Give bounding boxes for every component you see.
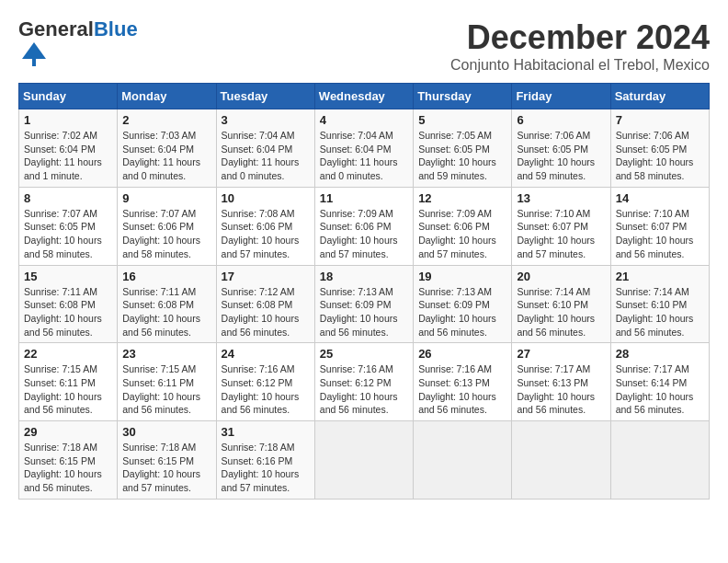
- day-number: 28: [616, 347, 704, 361]
- calendar-cell: 28Sunrise: 7:17 AMSunset: 6:14 PMDayligh…: [610, 343, 709, 421]
- calendar-cell: 10Sunrise: 7:08 AMSunset: 6:06 PMDayligh…: [216, 187, 314, 265]
- day-header-wednesday: Wednesday: [314, 84, 413, 109]
- calendar-cell: 7Sunrise: 7:06 AMSunset: 6:05 PMDaylight…: [610, 109, 709, 188]
- calendar-cell: 23Sunrise: 7:15 AMSunset: 6:11 PMDayligh…: [118, 343, 216, 421]
- calendar-cell: 25Sunrise: 7:16 AMSunset: 6:12 PMDayligh…: [314, 343, 413, 421]
- day-info: Sunrise: 7:13 AMSunset: 6:09 PMDaylight:…: [320, 285, 408, 339]
- day-number: 6: [517, 113, 605, 127]
- day-number: 17: [222, 270, 310, 283]
- calendar-cell: 30Sunrise: 7:18 AMSunset: 6:15 PMDayligh…: [118, 421, 216, 500]
- calendar-cell: 11Sunrise: 7:09 AMSunset: 6:06 PMDayligh…: [314, 187, 413, 265]
- day-header-thursday: Thursday: [414, 84, 512, 109]
- calendar-cell: 13Sunrise: 7:10 AMSunset: 6:07 PMDayligh…: [512, 187, 610, 265]
- day-number: 16: [122, 270, 210, 283]
- calendar-cell: 31Sunrise: 7:18 AMSunset: 6:16 PMDayligh…: [216, 421, 314, 500]
- calendar-cell: 24Sunrise: 7:16 AMSunset: 6:12 PMDayligh…: [216, 343, 314, 421]
- day-number: 18: [320, 270, 408, 283]
- page-header: GeneralBlue December 2024 Conjunto Habit…: [18, 18, 710, 74]
- day-info: Sunrise: 7:16 AMSunset: 6:13 PMDaylight:…: [418, 362, 506, 417]
- day-info: Sunrise: 7:12 AMSunset: 6:08 PMDaylight:…: [222, 285, 310, 339]
- calendar-cell: 16Sunrise: 7:11 AMSunset: 6:08 PMDayligh…: [118, 265, 216, 343]
- calendar-cell: 14Sunrise: 7:10 AMSunset: 6:07 PMDayligh…: [610, 187, 709, 265]
- day-number: 19: [418, 270, 506, 283]
- calendar-cell: 22Sunrise: 7:15 AMSunset: 6:11 PMDayligh…: [19, 343, 118, 421]
- calendar-cell: 21Sunrise: 7:14 AMSunset: 6:10 PMDayligh…: [610, 265, 709, 343]
- day-number: 4: [320, 113, 408, 127]
- day-info: Sunrise: 7:18 AMSunset: 6:15 PMDaylight:…: [122, 441, 210, 495]
- calendar-week-5: 29Sunrise: 7:18 AMSunset: 6:15 PMDayligh…: [19, 421, 710, 500]
- logo: GeneralBlue: [18, 18, 138, 72]
- day-number: 20: [517, 270, 605, 283]
- month-title: December 2024: [450, 18, 710, 57]
- logo-general-text: General: [18, 17, 94, 40]
- day-info: Sunrise: 7:09 AMSunset: 6:06 PMDaylight:…: [320, 207, 408, 261]
- calendar-cell: 18Sunrise: 7:13 AMSunset: 6:09 PMDayligh…: [314, 265, 413, 343]
- day-number: 11: [320, 191, 408, 205]
- day-number: 1: [24, 113, 112, 127]
- day-info: Sunrise: 7:06 AMSunset: 6:05 PMDaylight:…: [616, 129, 704, 183]
- day-number: 7: [616, 113, 704, 127]
- header-row: SundayMondayTuesdayWednesdayThursdayFrid…: [19, 84, 710, 109]
- day-info: Sunrise: 7:06 AMSunset: 6:05 PMDaylight:…: [517, 129, 605, 183]
- day-number: 25: [320, 347, 408, 361]
- logo-blue-text: Blue: [94, 17, 138, 40]
- day-info: Sunrise: 7:09 AMSunset: 6:06 PMDaylight:…: [418, 207, 506, 261]
- day-info: Sunrise: 7:14 AMSunset: 6:10 PMDaylight:…: [517, 285, 605, 339]
- day-number: 30: [122, 425, 210, 439]
- calendar-cell: 19Sunrise: 7:13 AMSunset: 6:09 PMDayligh…: [414, 265, 512, 343]
- calendar-week-3: 15Sunrise: 7:11 AMSunset: 6:08 PMDayligh…: [19, 265, 710, 343]
- calendar-cell: 3Sunrise: 7:04 AMSunset: 6:04 PMDaylight…: [216, 109, 314, 188]
- calendar-cell: 8Sunrise: 7:07 AMSunset: 6:05 PMDaylight…: [19, 187, 118, 265]
- day-info: Sunrise: 7:07 AMSunset: 6:06 PMDaylight:…: [122, 207, 210, 261]
- calendar-week-1: 1Sunrise: 7:02 AMSunset: 6:04 PMDaylight…: [19, 109, 710, 188]
- day-info: Sunrise: 7:18 AMSunset: 6:16 PMDaylight:…: [222, 441, 310, 495]
- day-info: Sunrise: 7:08 AMSunset: 6:06 PMDaylight:…: [222, 207, 310, 261]
- calendar-cell: 15Sunrise: 7:11 AMSunset: 6:08 PMDayligh…: [19, 265, 118, 343]
- calendar-cell: [414, 421, 512, 500]
- day-number: 31: [222, 425, 310, 439]
- day-info: Sunrise: 7:07 AMSunset: 6:05 PMDaylight:…: [24, 207, 112, 261]
- calendar-cell: 2Sunrise: 7:03 AMSunset: 6:04 PMDaylight…: [118, 109, 216, 188]
- day-info: Sunrise: 7:04 AMSunset: 6:04 PMDaylight:…: [320, 129, 408, 183]
- day-info: Sunrise: 7:14 AMSunset: 6:10 PMDaylight:…: [616, 285, 704, 339]
- day-info: Sunrise: 7:04 AMSunset: 6:04 PMDaylight:…: [222, 129, 310, 183]
- day-info: Sunrise: 7:10 AMSunset: 6:07 PMDaylight:…: [616, 207, 704, 261]
- calendar-cell: 9Sunrise: 7:07 AMSunset: 6:06 PMDaylight…: [118, 187, 216, 265]
- day-number: 14: [616, 191, 704, 205]
- svg-marker-0: [22, 42, 46, 59]
- day-info: Sunrise: 7:16 AMSunset: 6:12 PMDaylight:…: [222, 362, 310, 417]
- subtitle: Conjunto Habitacional el Trebol, Mexico: [450, 57, 710, 74]
- day-number: 10: [222, 191, 310, 205]
- day-info: Sunrise: 7:10 AMSunset: 6:07 PMDaylight:…: [517, 207, 605, 261]
- day-info: Sunrise: 7:05 AMSunset: 6:05 PMDaylight:…: [418, 129, 506, 183]
- calendar-cell: [512, 421, 610, 500]
- day-number: 13: [517, 191, 605, 205]
- calendar-cell: 20Sunrise: 7:14 AMSunset: 6:10 PMDayligh…: [512, 265, 610, 343]
- day-header-friday: Friday: [512, 84, 610, 109]
- day-info: Sunrise: 7:11 AMSunset: 6:08 PMDaylight:…: [122, 285, 210, 339]
- day-number: 9: [122, 191, 210, 205]
- logo-icon: [20, 40, 48, 68]
- calendar-cell: 29Sunrise: 7:18 AMSunset: 6:15 PMDayligh…: [19, 421, 118, 500]
- day-info: Sunrise: 7:18 AMSunset: 6:15 PMDaylight:…: [24, 441, 112, 495]
- day-info: Sunrise: 7:15 AMSunset: 6:11 PMDaylight:…: [24, 362, 112, 417]
- day-info: Sunrise: 7:13 AMSunset: 6:09 PMDaylight:…: [418, 285, 506, 339]
- day-number: 27: [517, 347, 605, 361]
- day-header-monday: Monday: [118, 84, 216, 109]
- calendar-cell: 4Sunrise: 7:04 AMSunset: 6:04 PMDaylight…: [314, 109, 413, 188]
- calendar-cell: 1Sunrise: 7:02 AMSunset: 6:04 PMDaylight…: [19, 109, 118, 188]
- day-number: 29: [24, 425, 112, 439]
- day-number: 8: [24, 191, 112, 205]
- calendar-cell: [610, 421, 709, 500]
- day-info: Sunrise: 7:17 AMSunset: 6:14 PMDaylight:…: [616, 362, 704, 417]
- calendar-week-2: 8Sunrise: 7:07 AMSunset: 6:05 PMDaylight…: [19, 187, 710, 265]
- day-info: Sunrise: 7:15 AMSunset: 6:11 PMDaylight:…: [122, 362, 210, 417]
- calendar-cell: [314, 421, 413, 500]
- day-info: Sunrise: 7:03 AMSunset: 6:04 PMDaylight:…: [122, 129, 210, 183]
- day-info: Sunrise: 7:02 AMSunset: 6:04 PMDaylight:…: [24, 129, 112, 183]
- calendar-cell: 6Sunrise: 7:06 AMSunset: 6:05 PMDaylight…: [512, 109, 610, 188]
- calendar-week-4: 22Sunrise: 7:15 AMSunset: 6:11 PMDayligh…: [19, 343, 710, 421]
- calendar-cell: 27Sunrise: 7:17 AMSunset: 6:13 PMDayligh…: [512, 343, 610, 421]
- day-number: 22: [24, 347, 112, 361]
- calendar-cell: 17Sunrise: 7:12 AMSunset: 6:08 PMDayligh…: [216, 265, 314, 343]
